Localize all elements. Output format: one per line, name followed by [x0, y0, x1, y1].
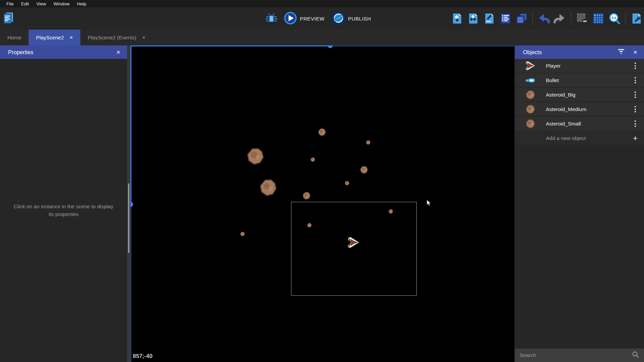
asteroid-big-instance[interactable]: [247, 148, 264, 166]
h-scrollbar-active[interactable]: [130, 45, 330, 46]
properties-empty-message: Click on an instance in the scene to dis…: [13, 203, 114, 218]
toolbar: PREVIEW PUBLISH: [0, 7, 644, 30]
svg-text:1:1: 1:1: [611, 16, 616, 20]
menu-bar: File Edit View Window Help: [0, 0, 644, 7]
tab-home-label: Home: [7, 35, 21, 41]
tab-playscene2-label: PlayScene2: [36, 35, 64, 41]
object-label: Asteroid_Medium: [546, 106, 627, 112]
open-properties-icon[interactable]: [483, 12, 495, 25]
plus-icon: +: [627, 134, 644, 143]
objects-panel-header: Objects ×: [515, 45, 644, 59]
close-icon[interactable]: ×: [116, 49, 121, 56]
close-icon[interactable]: ×: [142, 35, 146, 40]
properties-panel-body: Click on an instance in the scene to dis…: [0, 59, 127, 362]
tab-playscene2-events[interactable]: PlayScene2 (Events) ×: [80, 30, 153, 45]
add-object-button[interactable]: Add a new object +: [515, 131, 644, 145]
object-row-asteroid_small[interactable]: Asteroid_Small: [515, 117, 644, 131]
object-row-player[interactable]: Player: [515, 59, 644, 73]
objects-panel-title: Objects: [523, 49, 618, 56]
redo-icon[interactable]: [554, 12, 566, 25]
toolbar-separator: [625, 12, 626, 25]
object-menu-icon[interactable]: [627, 120, 644, 127]
zoom-1-1-icon[interactable]: 1:1: [608, 12, 620, 25]
asteroid-small-instance[interactable]: [240, 231, 245, 238]
publish-button[interactable]: PUBLISH: [330, 10, 372, 27]
properties-panel-title: Properties: [8, 49, 116, 56]
object-search-bar: [515, 349, 644, 362]
asteroid-small-instance[interactable]: [311, 157, 315, 163]
menu-item-edit[interactable]: Edit: [17, 1, 33, 7]
open-instances-list-icon[interactable]: [499, 12, 512, 25]
tab-home[interactable]: Home: [0, 30, 29, 45]
object-label: Bullet: [546, 77, 627, 83]
objects-panel: Objects × PlayerBulletAsteroid_BigAstero…: [514, 45, 644, 362]
asteroid-medium-instance[interactable]: [360, 166, 368, 175]
properties-panel: Properties × Click on an instance in the…: [0, 45, 127, 362]
tab-playscene2[interactable]: PlayScene2 ×: [29, 30, 80, 45]
player-ship-icon: [515, 61, 546, 70]
tab-bar: Home PlayScene2 × PlayScene2 (Events) ×: [0, 30, 644, 45]
scene-canvas[interactable]: 857;-40: [130, 45, 514, 362]
asteroid-small-instance[interactable]: [307, 223, 312, 229]
close-icon[interactable]: ×: [633, 49, 638, 56]
asteroid-icon: [515, 105, 546, 114]
menu-item-file[interactable]: File: [3, 1, 17, 7]
project-manager-icon[interactable]: [2, 11, 15, 24]
object-menu-icon[interactable]: [627, 106, 644, 112]
undo-icon[interactable]: [537, 12, 550, 25]
gdevelop-window: File Edit View Window Help: [0, 0, 644, 362]
v-scrollbar-inactive[interactable]: [130, 204, 131, 362]
object-label: Asteroid_Small: [546, 121, 627, 127]
menu-item-window[interactable]: Window: [50, 1, 73, 7]
preview-button[interactable]: PREVIEW: [282, 10, 326, 27]
asteroid-small-instance[interactable]: [366, 140, 370, 146]
asteroid-big-instance[interactable]: [260, 180, 276, 197]
menu-item-view[interactable]: View: [33, 1, 50, 7]
objects-list: PlayerBulletAsteroid_BigAsteroid_MediumA…: [515, 59, 644, 131]
object-menu-icon[interactable]: [627, 77, 644, 83]
asteroid-small-instance[interactable]: [345, 181, 349, 187]
panel-divider[interactable]: [127, 45, 130, 362]
toolbar-separator: [571, 12, 571, 25]
h-scrollbar-thumb[interactable]: [328, 45, 333, 48]
object-row-asteroid_medium[interactable]: Asteroid_Medium: [515, 102, 644, 116]
asteroid-medium-instance[interactable]: [318, 129, 326, 137]
objects-panel-spacer: [515, 145, 644, 347]
divider-scrollbar-thumb[interactable]: [128, 183, 129, 253]
add-object-label: Add a new object: [515, 135, 627, 141]
v-scrollbar-thumb[interactable]: [130, 202, 133, 207]
player-instance[interactable]: [348, 237, 360, 249]
object-menu-icon[interactable]: [627, 92, 644, 98]
debugger-icon[interactable]: [265, 12, 278, 25]
object-menu-icon[interactable]: [627, 63, 644, 69]
tab-playscene2-events-label: PlayScene2 (Events): [88, 35, 136, 41]
object-label: Asteroid_Big: [546, 92, 627, 98]
asteroid-medium-instance[interactable]: [303, 192, 310, 201]
asteroid-small-instance[interactable]: [389, 209, 393, 215]
v-scrollbar-active[interactable]: [130, 45, 131, 204]
delete-instances-icon[interactable]: [576, 12, 588, 25]
publish-label: PUBLISH: [348, 16, 371, 22]
mouse-cursor: [427, 200, 431, 206]
cursor-coordinates: 857;-40: [133, 353, 153, 360]
open-layers-editor-icon[interactable]: [515, 12, 528, 25]
object-search-input[interactable]: [520, 352, 632, 358]
open-objects-editor-icon[interactable]: [451, 12, 463, 25]
menu-item-help[interactable]: Help: [73, 1, 90, 7]
asteroid-icon: [515, 90, 546, 99]
setup-grid-icon[interactable]: [630, 12, 643, 25]
preview-label: PREVIEW: [300, 16, 324, 22]
open-object-groups-icon[interactable]: [467, 12, 479, 25]
object-label: Player: [546, 63, 627, 69]
object-row-asteroid_big[interactable]: Asteroid_Big: [515, 88, 644, 102]
properties-panel-header: Properties ×: [0, 45, 127, 59]
bullet-icon: [515, 78, 546, 83]
close-icon[interactable]: ×: [70, 35, 73, 40]
h-scrollbar-inactive[interactable]: [330, 45, 514, 46]
toolbar-separator: [532, 12, 533, 25]
object-row-bullet[interactable]: Bullet: [515, 73, 644, 87]
publish-globe-icon: [332, 11, 345, 26]
toggle-grid-icon[interactable]: [592, 12, 604, 25]
search-icon[interactable]: [632, 351, 639, 360]
filter-icon[interactable]: [618, 49, 625, 56]
